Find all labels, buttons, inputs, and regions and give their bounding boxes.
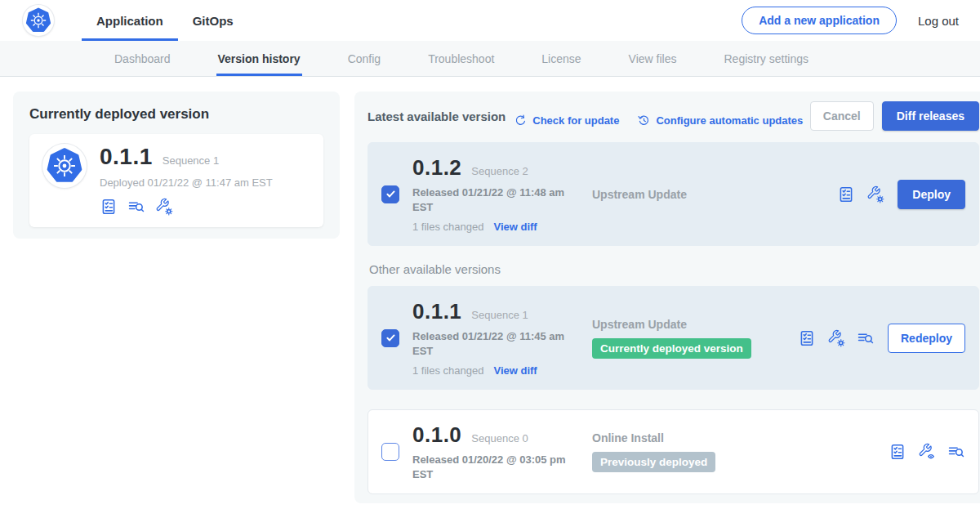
latest-available-title: Latest available version [368,109,506,123]
status-badge: Previously deployed [592,452,715,472]
currently-deployed-panel: Currently deployed version 0.1.1 Sequenc… [13,92,340,239]
other-versions-list: 0.1.1 Sequence 1 Released 01/21/22 @ 11:… [368,286,979,494]
released-timestamp: Released 01/21/22 @ 11:45 am EST [412,329,569,358]
version-sequence: Sequence 0 [471,432,528,444]
configure-automatic-updates-link[interactable]: Configure automatic updates [637,114,803,127]
add-new-application-button[interactable]: Add a new application [742,7,897,34]
top-right-actions: Add a new application Log out [742,7,959,34]
version-source-block: Online Install Previously deployed [592,431,798,472]
schedule-update-icon [637,114,651,127]
redeploy-button[interactable]: Redeploy [888,324,965,353]
diff-releases-button[interactable]: Diff releases [882,101,979,131]
version-info: 0.1.1 Sequence 1 Released 01/21/22 @ 11:… [412,299,574,377]
diff-select-checkbox[interactable] [381,185,399,203]
latest-version-list: 0.1.2 Sequence 2 Released 01/21/22 @ 11:… [368,142,979,246]
edit-config-icon[interactable] [827,329,845,347]
kubernetes-logo-icon [23,5,54,36]
version-action-icons [798,329,875,347]
deploy-logs-icon[interactable] [857,329,875,347]
version-card: 0.1.1 Sequence 1 Released 01/21/22 @ 11:… [368,286,979,390]
version-source: Upstream Update [592,318,798,331]
version-info: 0.1.2 Sequence 2 Released 01/21/22 @ 11:… [412,155,574,233]
preflight-checks-icon[interactable] [100,198,118,216]
files-changed-row: 1 files changed View diff [412,221,574,233]
tab-gitops[interactable]: GitOps [178,0,248,41]
edit-config-icon[interactable] [155,198,173,216]
files-changed-count: 1 files changed [412,364,483,377]
tab-application[interactable]: Application [82,0,178,41]
status-badge: Currently deployed version [592,338,751,359]
files-changed-row: 1 files changed View diff [412,364,574,377]
check-for-update-link[interactable]: Check for update [514,114,619,127]
version-source: Online Install [592,431,798,444]
edit-config-icon[interactable] [866,185,884,203]
version-number: 0.1.1 [412,299,461,324]
diff-select-checkbox[interactable] [381,329,399,347]
check-for-update-label: Check for update [532,114,619,127]
version-source: Upstream Update [592,188,798,201]
other-versions-title: Other available versions [369,262,978,276]
preflight-checks-icon[interactable] [889,443,906,461]
version-source-block: Upstream Update [592,188,798,201]
files-changed-count: 1 files changed [412,221,483,233]
version-action-icons [837,185,884,203]
deployed-version-actions [100,198,273,216]
top-tabs: Application GitOps [82,0,248,41]
configure-automatic-updates-label: Configure automatic updates [656,114,803,127]
released-timestamp: Released 01/21/22 @ 11:48 am EST [412,185,569,214]
released-timestamp: Released 01/20/22 @ 03:05 pm EST [412,453,569,481]
version-card: 0.1.2 Sequence 2 Released 01/21/22 @ 11:… [368,142,979,246]
cancel-button[interactable]: Cancel [810,101,874,131]
deployed-version-sequence: Sequence 1 [163,154,219,167]
deployed-timestamp: Deployed 01/21/22 @ 11:47 am EST [100,176,273,189]
version-action-icons [889,443,965,461]
version-info: 0.1.0 Sequence 0 Released 01/20/22 @ 03:… [412,422,574,481]
update-links: Check for update Configure automatic upd… [514,114,803,127]
deploy-logs-icon[interactable] [127,198,145,216]
main-content: Currently deployed version 0.1.1 Sequenc… [0,77,980,503]
preflight-checks-icon[interactable] [837,185,855,203]
subtab-troubleshoot[interactable]: Troubleshoot [428,41,494,76]
kots-admin-console: Application GitOps Add a new application… [0,0,980,503]
subtab-view-files[interactable]: View files [629,41,677,76]
version-number: 0.1.2 [412,155,461,181]
subtab-dashboard[interactable]: Dashboard [114,41,171,76]
deployed-version-card: 0.1.1 Sequence 1 Deployed 01/21/22 @ 11:… [29,134,323,227]
deploy-logs-icon[interactable] [947,443,965,461]
subtab-license[interactable]: License [541,41,581,76]
view-config-icon[interactable] [918,443,936,461]
version-number: 0.1.0 [412,422,461,448]
deployed-version-info: 0.1.1 Sequence 1 Deployed 01/21/22 @ 11:… [100,144,273,216]
deployed-version-number: 0.1.1 [100,144,153,170]
version-card: 0.1.0 Sequence 0 Released 01/20/22 @ 03:… [368,409,979,494]
logout-link[interactable]: Log out [918,14,959,28]
subtab-version-history[interactable]: Version history [218,41,301,76]
subtab-config[interactable]: Config [348,41,381,76]
version-source-block: Upstream Update Currently deployed versi… [592,318,798,359]
refresh-icon [514,114,528,127]
view-diff-link[interactable]: View diff [493,221,537,233]
version-history-panel: Latest available version Check for updat… [354,92,980,503]
version-sequence: Sequence 2 [471,165,528,177]
top-nav-bar: Application GitOps Add a new application… [0,0,980,41]
app-subnav: DashboardVersion historyConfigTroublesho… [0,41,980,77]
currently-deployed-title: Currently deployed version [29,106,323,123]
view-diff-link[interactable]: View diff [493,364,537,377]
app-logo-kubernetes-icon [42,144,87,188]
subtab-registry-settings[interactable]: Registry settings [724,41,808,76]
updates-header: Latest available version Check for updat… [368,101,979,131]
diff-select-checkbox[interactable] [381,443,399,461]
version-sequence: Sequence 1 [471,309,528,321]
deploy-button[interactable]: Deploy [898,180,965,209]
preflight-checks-icon[interactable] [798,329,816,347]
